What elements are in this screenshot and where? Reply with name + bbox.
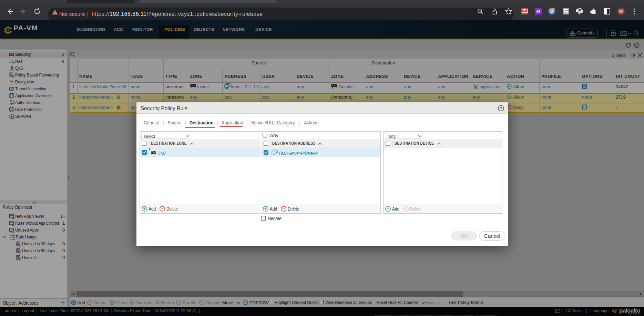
- svg-text:2: 2: [579, 9, 581, 12]
- svg-text:?: ?: [500, 106, 502, 110]
